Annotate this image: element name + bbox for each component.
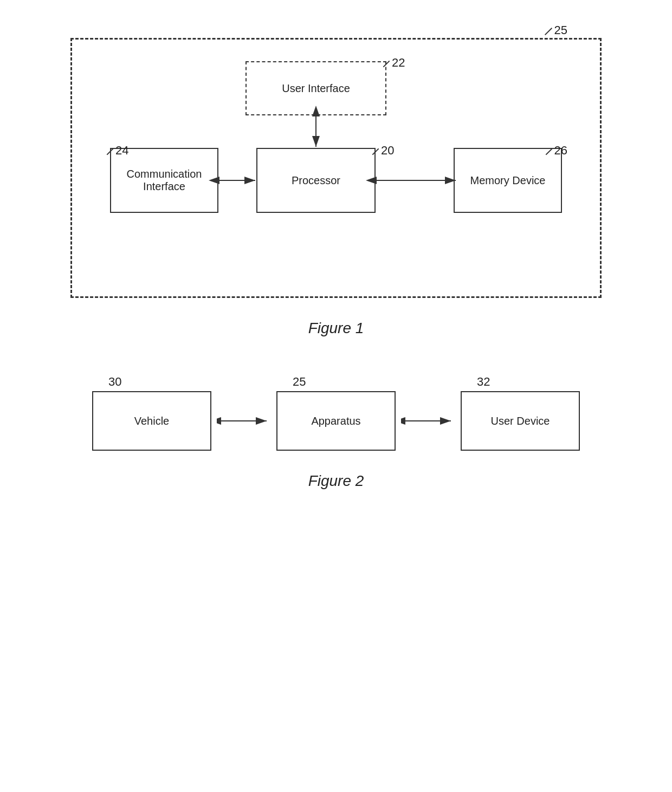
comm-interface-label: Communication Interface bbox=[111, 168, 217, 193]
fig2-arrow2 bbox=[401, 413, 455, 429]
fig2-boxes-row: 30 Vehicle 25 bbox=[92, 391, 580, 451]
figure1-caption: Figure 1 bbox=[308, 320, 364, 337]
ref-30-label: 30 bbox=[108, 375, 121, 389]
user-interface-label: User Interface bbox=[282, 82, 350, 95]
apparatus-label: Apparatus bbox=[311, 415, 360, 427]
user-device-label: User Device bbox=[491, 415, 550, 427]
processor-label: Processor bbox=[292, 174, 340, 187]
ref-25-label: 25 bbox=[554, 23, 567, 37]
figure2-caption: Figure 2 bbox=[308, 472, 364, 490]
page: 25 User Interface 22 Processor 20 Commun… bbox=[0, 0, 672, 792]
vehicle-label: Vehicle bbox=[134, 415, 170, 427]
user-device-box: User Device bbox=[461, 391, 580, 451]
user-interface-box: User Interface bbox=[245, 61, 386, 115]
vehicle-box: Vehicle bbox=[92, 391, 211, 451]
processor-box: Processor bbox=[256, 148, 376, 213]
ref-20-label: 20 bbox=[381, 144, 394, 158]
apparatus-wrapper: 25 Apparatus bbox=[276, 391, 396, 451]
ref-25-fig2-label: 25 bbox=[293, 375, 306, 389]
fig1-outer-box: 25 User Interface 22 Processor 20 Commun… bbox=[70, 38, 602, 298]
user-device-wrapper: 32 User Device bbox=[461, 391, 580, 451]
comm-interface-box: Communication Interface bbox=[110, 148, 218, 213]
figure1-container: 25 User Interface 22 Processor 20 Commun… bbox=[33, 38, 639, 337]
ref-32-label: 32 bbox=[477, 375, 490, 389]
apparatus-box: Apparatus bbox=[276, 391, 396, 451]
figure2-container: 30 Vehicle 25 bbox=[33, 391, 639, 490]
ref-22-label: 22 bbox=[392, 56, 405, 70]
memory-device-box: Memory Device bbox=[454, 148, 562, 213]
memory-device-label: Memory Device bbox=[470, 174, 546, 187]
ref-26-label: 26 bbox=[554, 144, 567, 158]
fig2-arrow1 bbox=[217, 413, 271, 429]
vehicle-wrapper: 30 Vehicle bbox=[92, 391, 211, 451]
ref-24-label: 24 bbox=[115, 144, 128, 158]
